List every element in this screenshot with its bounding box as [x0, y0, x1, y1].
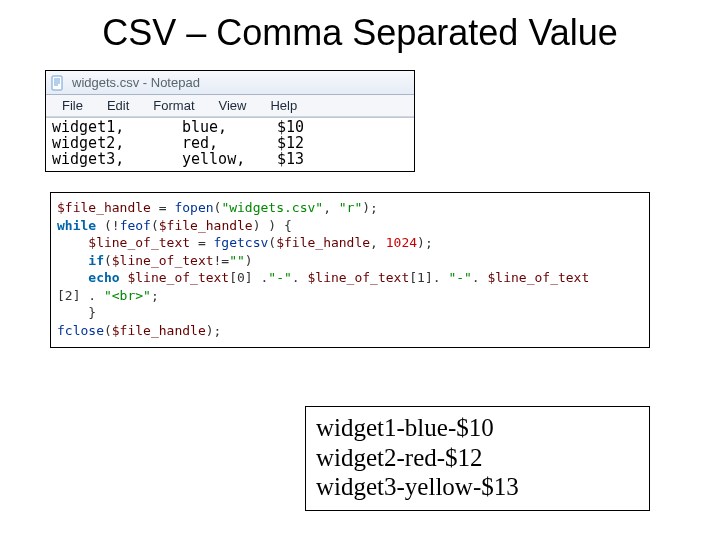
slide-title: CSV – Comma Separated Value — [0, 12, 720, 54]
menu-view[interactable]: View — [207, 96, 259, 115]
notepad-title: widgets.csv - Notepad — [72, 75, 200, 90]
php-code-block: $file_handle = fopen("widgets.csv", "r")… — [50, 192, 650, 348]
notepad-menubar: File Edit Format View Help — [46, 95, 414, 117]
notepad-window: widgets.csv - Notepad File Edit Format V… — [45, 70, 415, 172]
output-line: widget3-yellow-$13 — [316, 472, 639, 502]
output-line: widget2-red-$12 — [316, 443, 639, 473]
output-box: widget1-blue-$10 widget2-red-$12 widget3… — [305, 406, 650, 511]
notepad-icon — [50, 75, 66, 91]
menu-format[interactable]: Format — [141, 96, 206, 115]
menu-file[interactable]: File — [50, 96, 95, 115]
menu-edit[interactable]: Edit — [95, 96, 141, 115]
notepad-content: widget1,blue,$10 widget2,red,$12 widget3… — [46, 117, 414, 171]
csv-row: widget3,yellow,$13 — [52, 150, 304, 168]
menu-help[interactable]: Help — [258, 96, 309, 115]
output-line: widget1-blue-$10 — [316, 413, 639, 443]
notepad-titlebar: widgets.csv - Notepad — [46, 71, 414, 95]
